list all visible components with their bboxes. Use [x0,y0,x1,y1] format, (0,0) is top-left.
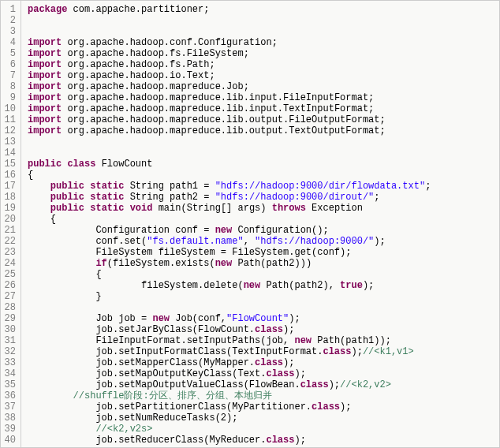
line-number: 34 [4,368,16,379]
code-line: job.setReducerClass(MyReducer.class); [28,435,431,446]
line-number: 4 [4,37,16,48]
code-editor: 1234567891011121314151617181920212223242… [1,1,499,447]
code-line: public static String path2 = "hdfs://had… [28,192,431,203]
code-line: import org.apache.hadoop.conf.Configurat… [28,37,431,48]
line-number: 9 [4,92,16,103]
code-line: import org.apache.hadoop.fs.Path; [28,59,431,70]
code-line [28,26,431,37]
line-number: 17 [4,181,16,192]
line-number: 2 [4,15,16,26]
line-number: 36 [4,390,16,401]
line-number: 10 [4,103,16,114]
line-number: 7 [4,70,16,81]
code-body[interactable]: package com.appache.partitioner; import … [21,1,434,447]
code-line: { [28,269,431,280]
code-line: //shuffle阶段:分区、排序、分组、本地归并 [28,390,431,401]
code-line [28,147,431,159]
line-number: 20 [4,214,16,225]
code-line: import org.apache.hadoop.mapreduce.lib.i… [28,92,431,103]
line-number: 22 [4,236,16,247]
code-line: conf.set("fs.default.name", "hdfs://hado… [28,236,431,247]
code-line: job.setMapperClass(MyMapper.class); [28,357,431,368]
line-number: 21 [4,225,16,236]
code-line: import org.apache.hadoop.mapreduce.lib.o… [28,114,431,125]
code-line: FileSystem fileSystem = FileSystem.get(c… [28,247,431,258]
code-line: FileInputFormat.setInputPaths(job, new P… [28,335,431,346]
code-line: Configuration conf = new Configuration()… [28,225,431,236]
code-line: package com.appache.partitioner; [28,4,431,15]
line-number: 16 [4,170,16,181]
line-number: 35 [4,379,16,390]
code-line [28,302,431,313]
line-number: 5 [4,48,16,59]
code-line: fileSystem.delete(new Path(path2), true)… [28,280,431,291]
line-number: 40 [4,435,16,446]
code-line: public static void main(String[] args) t… [28,203,431,214]
line-number: 18 [4,192,16,203]
line-number: 11 [4,114,16,125]
code-line: job.setJarByClass(FlowCount.class); [28,324,431,335]
line-gutter: 1234567891011121314151617181920212223242… [1,1,21,447]
code-line: Job job = new Job(conf,"FlowCount"); [28,313,431,324]
line-number: 38 [4,413,16,424]
line-number: 26 [4,280,16,291]
line-number: 6 [4,59,16,70]
line-number: 32 [4,346,16,357]
line-number: 14 [4,147,16,159]
code-line: if(fileSystem.exists(new Path(path2))) [28,258,431,269]
line-number: 23 [4,247,16,258]
code-line: import org.apache.hadoop.mapreduce.Job; [28,81,431,92]
code-line [28,15,431,26]
line-number: 37 [4,401,16,413]
line-number: 29 [4,313,16,324]
line-number: 24 [4,258,16,269]
line-number: 15 [4,159,16,170]
line-number: 25 [4,269,16,280]
code-line: //<k2,v2s> [28,424,431,435]
code-line [28,136,431,147]
line-number: 31 [4,335,16,346]
line-number: 1 [4,4,16,15]
code-line: job.setPartitionerClass(MyPartitioner.cl… [28,401,431,413]
line-number: 8 [4,81,16,92]
line-number: 30 [4,324,16,335]
code-line: import org.apache.hadoop.io.Text; [28,70,431,81]
code-line: job.setMapOutputKeyClass(Text.class); [28,368,431,379]
line-number: 13 [4,136,16,147]
code-line: import org.apache.hadoop.fs.FileSystem; [28,48,431,59]
line-number: 28 [4,302,16,313]
code-line: { [28,170,431,181]
code-line: import org.apache.hadoop.mapreduce.lib.o… [28,125,431,136]
code-line: } [28,291,431,302]
code-line: job.setInputFormatClass(TextInputFormat.… [28,346,431,357]
line-number: 3 [4,26,16,37]
line-number: 12 [4,125,16,136]
code-line: import org.apache.hadoop.mapreduce.lib.i… [28,103,431,114]
line-number: 19 [4,203,16,214]
code-line: job.setNumReduceTasks(2); [28,413,431,424]
line-number: 27 [4,291,16,302]
code-line: public static String path1 = "hdfs://had… [28,181,431,192]
code-line: job.setMapOutputValueClass(FlowBean.clas… [28,379,431,390]
line-number: 39 [4,424,16,435]
code-line: public class FlowCount [28,159,431,170]
code-line: { [28,214,431,225]
line-number: 33 [4,357,16,368]
